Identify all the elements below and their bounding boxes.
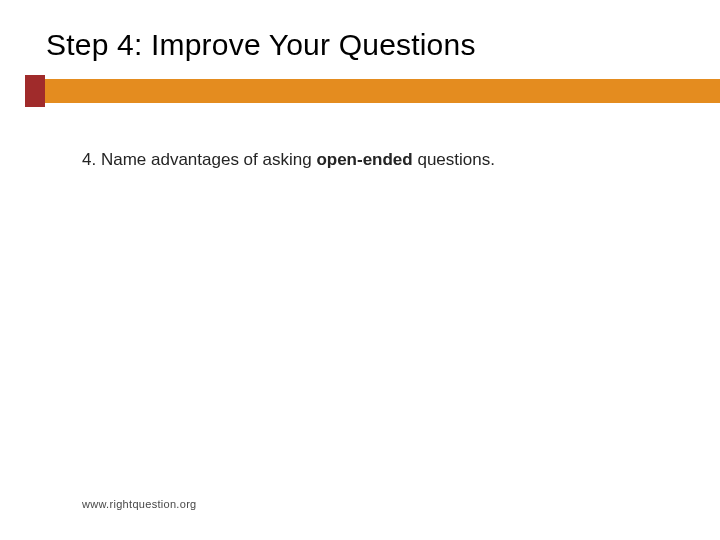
body-prefix: 4. Name advantages of asking xyxy=(82,150,316,169)
body-text: 4. Name advantages of asking open-ended … xyxy=(82,150,495,170)
footer-url: www.rightquestion.org xyxy=(82,498,197,510)
accent-block xyxy=(25,75,45,107)
slide-title: Step 4: Improve Your Questions xyxy=(0,0,720,62)
body-bold: open-ended xyxy=(316,150,412,169)
accent-bar xyxy=(45,79,720,103)
body-suffix: questions. xyxy=(413,150,495,169)
